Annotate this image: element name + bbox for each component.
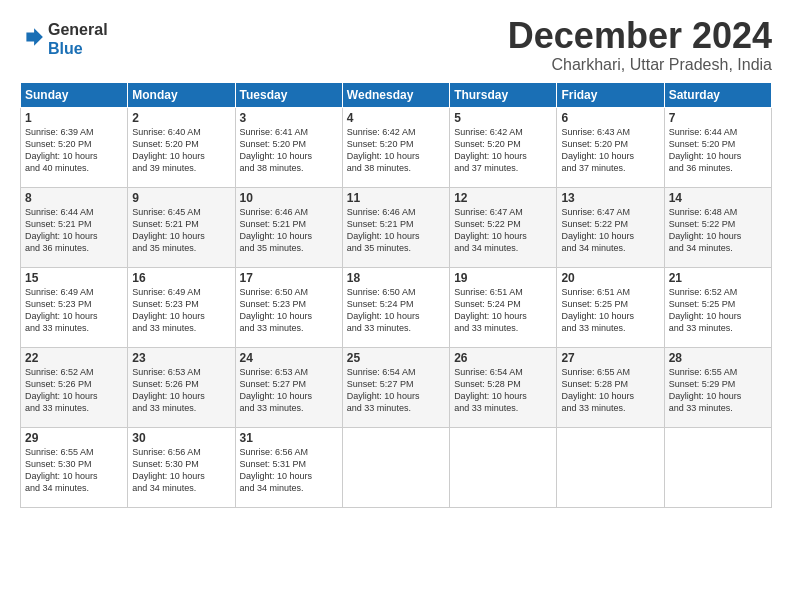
calendar-cell: 24Sunrise: 6:53 AM Sunset: 5:27 PM Dayli… bbox=[235, 347, 342, 427]
day-info: Sunrise: 6:43 AM Sunset: 5:20 PM Dayligh… bbox=[561, 126, 659, 175]
day-info: Sunrise: 6:51 AM Sunset: 5:24 PM Dayligh… bbox=[454, 286, 552, 335]
calendar-cell: 23Sunrise: 6:53 AM Sunset: 5:26 PM Dayli… bbox=[128, 347, 235, 427]
day-number: 20 bbox=[561, 271, 659, 285]
title-block: December 2024 Charkhari, Uttar Pradesh, … bbox=[508, 16, 772, 74]
day-info: Sunrise: 6:44 AM Sunset: 5:20 PM Dayligh… bbox=[669, 126, 767, 175]
day-number: 18 bbox=[347, 271, 445, 285]
calendar-cell: 12Sunrise: 6:47 AM Sunset: 5:22 PM Dayli… bbox=[450, 187, 557, 267]
day-info: Sunrise: 6:53 AM Sunset: 5:27 PM Dayligh… bbox=[240, 366, 338, 415]
day-number: 6 bbox=[561, 111, 659, 125]
calendar-cell bbox=[664, 427, 771, 507]
column-header-thursday: Thursday bbox=[450, 82, 557, 107]
day-info: Sunrise: 6:48 AM Sunset: 5:22 PM Dayligh… bbox=[669, 206, 767, 255]
calendar-cell: 2Sunrise: 6:40 AM Sunset: 5:20 PM Daylig… bbox=[128, 107, 235, 187]
calendar-cell: 10Sunrise: 6:46 AM Sunset: 5:21 PM Dayli… bbox=[235, 187, 342, 267]
logo-icon bbox=[22, 26, 44, 48]
day-info: Sunrise: 6:45 AM Sunset: 5:21 PM Dayligh… bbox=[132, 206, 230, 255]
calendar-cell: 6Sunrise: 6:43 AM Sunset: 5:20 PM Daylig… bbox=[557, 107, 664, 187]
calendar-cell: 16Sunrise: 6:49 AM Sunset: 5:23 PM Dayli… bbox=[128, 267, 235, 347]
day-number: 22 bbox=[25, 351, 123, 365]
day-number: 2 bbox=[132, 111, 230, 125]
calendar-cell: 25Sunrise: 6:54 AM Sunset: 5:27 PM Dayli… bbox=[342, 347, 449, 427]
day-number: 14 bbox=[669, 191, 767, 205]
calendar-cell: 5Sunrise: 6:42 AM Sunset: 5:20 PM Daylig… bbox=[450, 107, 557, 187]
column-header-friday: Friday bbox=[557, 82, 664, 107]
day-number: 5 bbox=[454, 111, 552, 125]
column-header-saturday: Saturday bbox=[664, 82, 771, 107]
day-number: 15 bbox=[25, 271, 123, 285]
day-number: 17 bbox=[240, 271, 338, 285]
day-info: Sunrise: 6:44 AM Sunset: 5:21 PM Dayligh… bbox=[25, 206, 123, 255]
calendar-cell bbox=[342, 427, 449, 507]
day-info: Sunrise: 6:54 AM Sunset: 5:27 PM Dayligh… bbox=[347, 366, 445, 415]
day-info: Sunrise: 6:46 AM Sunset: 5:21 PM Dayligh… bbox=[347, 206, 445, 255]
column-header-sunday: Sunday bbox=[21, 82, 128, 107]
calendar-cell: 17Sunrise: 6:50 AM Sunset: 5:23 PM Dayli… bbox=[235, 267, 342, 347]
day-info: Sunrise: 6:47 AM Sunset: 5:22 PM Dayligh… bbox=[454, 206, 552, 255]
logo: General Blue bbox=[20, 20, 108, 58]
day-number: 25 bbox=[347, 351, 445, 365]
calendar-body: 1Sunrise: 6:39 AM Sunset: 5:20 PM Daylig… bbox=[21, 107, 772, 507]
day-number: 13 bbox=[561, 191, 659, 205]
day-info: Sunrise: 6:52 AM Sunset: 5:26 PM Dayligh… bbox=[25, 366, 123, 415]
calendar-week-4: 22Sunrise: 6:52 AM Sunset: 5:26 PM Dayli… bbox=[21, 347, 772, 427]
day-number: 10 bbox=[240, 191, 338, 205]
calendar-cell: 4Sunrise: 6:42 AM Sunset: 5:20 PM Daylig… bbox=[342, 107, 449, 187]
day-info: Sunrise: 6:54 AM Sunset: 5:28 PM Dayligh… bbox=[454, 366, 552, 415]
day-info: Sunrise: 6:51 AM Sunset: 5:25 PM Dayligh… bbox=[561, 286, 659, 335]
calendar-cell: 31Sunrise: 6:56 AM Sunset: 5:31 PM Dayli… bbox=[235, 427, 342, 507]
day-number: 7 bbox=[669, 111, 767, 125]
day-number: 27 bbox=[561, 351, 659, 365]
location-title: Charkhari, Uttar Pradesh, India bbox=[508, 56, 772, 74]
calendar-week-2: 8Sunrise: 6:44 AM Sunset: 5:21 PM Daylig… bbox=[21, 187, 772, 267]
day-number: 12 bbox=[454, 191, 552, 205]
header: General Blue December 2024 Charkhari, Ut… bbox=[20, 16, 772, 74]
calendar-cell: 20Sunrise: 6:51 AM Sunset: 5:25 PM Dayli… bbox=[557, 267, 664, 347]
day-number: 8 bbox=[25, 191, 123, 205]
column-header-monday: Monday bbox=[128, 82, 235, 107]
day-number: 24 bbox=[240, 351, 338, 365]
calendar-cell: 18Sunrise: 6:50 AM Sunset: 5:24 PM Dayli… bbox=[342, 267, 449, 347]
day-info: Sunrise: 6:50 AM Sunset: 5:23 PM Dayligh… bbox=[240, 286, 338, 335]
day-info: Sunrise: 6:55 AM Sunset: 5:29 PM Dayligh… bbox=[669, 366, 767, 415]
calendar-header-row: SundayMondayTuesdayWednesdayThursdayFrid… bbox=[21, 82, 772, 107]
calendar-cell: 22Sunrise: 6:52 AM Sunset: 5:26 PM Dayli… bbox=[21, 347, 128, 427]
day-number: 9 bbox=[132, 191, 230, 205]
calendar-cell: 28Sunrise: 6:55 AM Sunset: 5:29 PM Dayli… bbox=[664, 347, 771, 427]
calendar-week-3: 15Sunrise: 6:49 AM Sunset: 5:23 PM Dayli… bbox=[21, 267, 772, 347]
day-number: 19 bbox=[454, 271, 552, 285]
calendar-cell: 8Sunrise: 6:44 AM Sunset: 5:21 PM Daylig… bbox=[21, 187, 128, 267]
calendar-cell: 13Sunrise: 6:47 AM Sunset: 5:22 PM Dayli… bbox=[557, 187, 664, 267]
day-info: Sunrise: 6:55 AM Sunset: 5:30 PM Dayligh… bbox=[25, 446, 123, 495]
day-info: Sunrise: 6:56 AM Sunset: 5:31 PM Dayligh… bbox=[240, 446, 338, 495]
calendar-cell: 30Sunrise: 6:56 AM Sunset: 5:30 PM Dayli… bbox=[128, 427, 235, 507]
day-info: Sunrise: 6:50 AM Sunset: 5:24 PM Dayligh… bbox=[347, 286, 445, 335]
day-info: Sunrise: 6:42 AM Sunset: 5:20 PM Dayligh… bbox=[454, 126, 552, 175]
day-number: 1 bbox=[25, 111, 123, 125]
logo-line2: Blue bbox=[48, 39, 108, 58]
main-container: General Blue December 2024 Charkhari, Ut… bbox=[0, 0, 792, 518]
calendar-cell bbox=[557, 427, 664, 507]
calendar-cell: 15Sunrise: 6:49 AM Sunset: 5:23 PM Dayli… bbox=[21, 267, 128, 347]
day-info: Sunrise: 6:40 AM Sunset: 5:20 PM Dayligh… bbox=[132, 126, 230, 175]
calendar-cell: 9Sunrise: 6:45 AM Sunset: 5:21 PM Daylig… bbox=[128, 187, 235, 267]
calendar-table: SundayMondayTuesdayWednesdayThursdayFrid… bbox=[20, 82, 772, 508]
day-number: 3 bbox=[240, 111, 338, 125]
day-number: 28 bbox=[669, 351, 767, 365]
day-info: Sunrise: 6:49 AM Sunset: 5:23 PM Dayligh… bbox=[132, 286, 230, 335]
svg-marker-0 bbox=[26, 28, 43, 46]
day-info: Sunrise: 6:56 AM Sunset: 5:30 PM Dayligh… bbox=[132, 446, 230, 495]
day-number: 29 bbox=[25, 431, 123, 445]
day-info: Sunrise: 6:41 AM Sunset: 5:20 PM Dayligh… bbox=[240, 126, 338, 175]
calendar-cell: 11Sunrise: 6:46 AM Sunset: 5:21 PM Dayli… bbox=[342, 187, 449, 267]
day-info: Sunrise: 6:47 AM Sunset: 5:22 PM Dayligh… bbox=[561, 206, 659, 255]
day-info: Sunrise: 6:46 AM Sunset: 5:21 PM Dayligh… bbox=[240, 206, 338, 255]
day-number: 21 bbox=[669, 271, 767, 285]
calendar-cell: 1Sunrise: 6:39 AM Sunset: 5:20 PM Daylig… bbox=[21, 107, 128, 187]
calendar-cell: 21Sunrise: 6:52 AM Sunset: 5:25 PM Dayli… bbox=[664, 267, 771, 347]
day-number: 31 bbox=[240, 431, 338, 445]
calendar-cell: 3Sunrise: 6:41 AM Sunset: 5:20 PM Daylig… bbox=[235, 107, 342, 187]
calendar-cell: 26Sunrise: 6:54 AM Sunset: 5:28 PM Dayli… bbox=[450, 347, 557, 427]
column-header-tuesday: Tuesday bbox=[235, 82, 342, 107]
month-title: December 2024 bbox=[508, 16, 772, 56]
